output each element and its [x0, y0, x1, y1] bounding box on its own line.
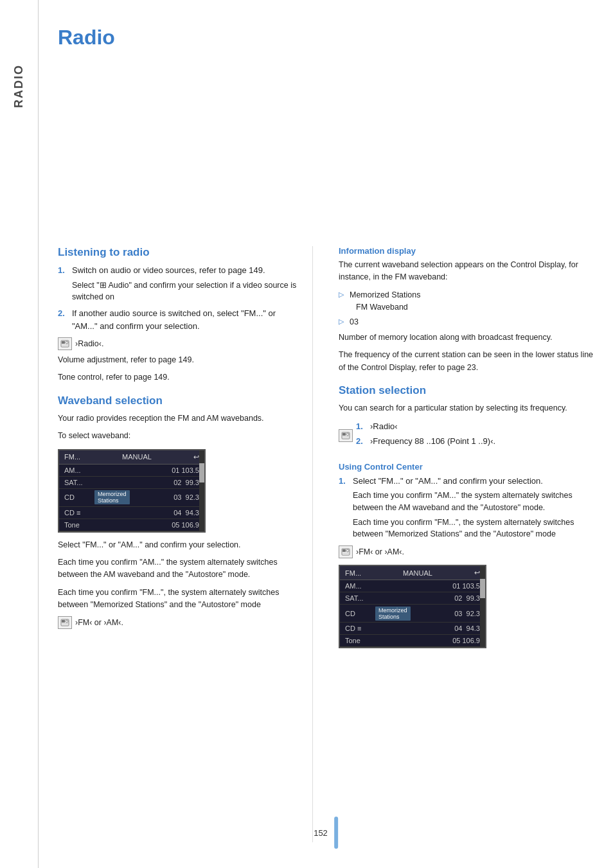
radio-icon-text: ›Radio‹.: [75, 339, 103, 348]
step-1: 1. Switch on audio or video sources, ref…: [58, 264, 299, 303]
menu-row-2: CD MemorizedStations 03 92.3: [59, 489, 204, 507]
menu-row-3: CD ≡ 04 94.3: [59, 507, 204, 519]
waveband-menu-display: FM... MANUAL ↩ AM... 01 103.5 SAT... 02 …: [58, 449, 206, 533]
listening-title: Listening to radio: [58, 246, 299, 259]
main-title: Radio: [58, 26, 594, 233]
tone-line: Tone control, refer to page 149.: [58, 371, 299, 384]
sidebar-label: Radio: [12, 64, 26, 108]
station-selection-section: Station selection You can search for a p…: [339, 384, 594, 451]
cc-icon: [339, 545, 353, 558]
cc-menu-header-mid: MANUAL: [403, 569, 432, 577]
station-step-2-text: ›Frequency 88 ..106 (Point 1 ..9)‹.: [370, 435, 495, 448]
cc-menu-row-1: SAT... 02 99.3: [340, 592, 485, 605]
info-display-title: Information display: [339, 246, 594, 256]
main-content: Radio Listening to radio 1. Switch on au…: [39, 0, 613, 868]
svg-point-6: [66, 620, 68, 623]
step-2-num: 2.: [58, 307, 67, 332]
cc-step-1-text: Select "FM..." or "AM..." and confirm yo…: [353, 476, 543, 486]
cc-step-1-sub1: Each time you confirm "AM..." the system…: [353, 490, 594, 514]
bullet-1-line1: Memorized Stations: [350, 289, 420, 301]
svg-point-2: [66, 341, 68, 344]
station-icon: [339, 429, 353, 442]
menu-row-4: Tone 05 106.9: [59, 519, 204, 531]
fm-am-icon-text: ›FM‹ or ›AM‹.: [75, 618, 123, 627]
station-step-2: 2. ›Frequency 88 ..106 (Point 1 ..9)‹.: [356, 435, 495, 448]
left-column: Listening to radio 1. Switch on audio or…: [58, 246, 313, 842]
listening-section: Listening to radio 1. Switch on audio or…: [58, 246, 299, 384]
cc-menu-row-3: CD ≡ 04 94.3: [340, 623, 485, 635]
step-2-text: If another audio source is switched on, …: [72, 308, 276, 331]
cc-menu-badge: MemorizedStations: [375, 607, 411, 621]
waveband-para4: Each time you confirm "AM..." the system…: [58, 556, 299, 581]
listening-steps: 1. Switch on audio or video sources, ref…: [58, 264, 299, 332]
control-center-title: Using Control Center: [339, 462, 594, 472]
info-display-section: Information display The current waveband…: [339, 246, 594, 374]
station-icon-row: 1. ›Radio‹ 2. ›Frequency 88 ..106 (Point…: [339, 420, 594, 452]
waveband-para3: Select "FM..." or "AM..." and confirm yo…: [58, 539, 299, 551]
svg-rect-13: [342, 549, 346, 552]
scrollbar-thumb: [199, 463, 204, 483]
menu-scrollbar[interactable]: [199, 450, 204, 531]
waveband-para2: To select waveband:: [58, 430, 299, 442]
waveband-para1: Your radio provides reception the FM and…: [58, 412, 299, 425]
cc-icon-text: ›FM‹ or ›AM‹.: [356, 547, 404, 556]
waveband-title: Waveband selection: [58, 394, 299, 407]
step-2: 2. If another audio source is switched o…: [58, 307, 299, 332]
menu-header: FM... MANUAL ↩: [59, 450, 204, 465]
cc-scrollbar-thumb: [480, 579, 485, 598]
waveband-section: Waveband selection Your radio provides r…: [58, 394, 299, 630]
control-center-steps: 1. Select "FM..." or "AM..." and confirm…: [339, 475, 594, 541]
menu-header-mid: MANUAL: [122, 453, 152, 461]
cc-menu-scrollbar[interactable]: [480, 566, 485, 647]
step-1-text: Switch on audio or video sources, refer …: [72, 265, 265, 275]
svg-point-14: [346, 549, 349, 552]
station-selection-title: Station selection: [339, 384, 594, 397]
bullet-1-line2: FM Waveband: [350, 301, 420, 314]
info-display-para2: Number of memory location along with bro…: [339, 332, 594, 344]
bullet-2-text: 03: [350, 316, 359, 328]
page-bar: [334, 817, 338, 849]
svg-point-10: [346, 433, 349, 436]
sidebar: Radio: [0, 0, 39, 868]
menu-header-left: FM...: [64, 453, 80, 461]
fm-am-icon: [58, 616, 72, 629]
radio-icon-row: ›Radio‹.: [58, 337, 299, 350]
bullet-1: ▷ Memorized Stations FM Waveband: [339, 289, 594, 314]
fm-am-icon-row: ›FM‹ or ›AM‹.: [58, 616, 299, 629]
station-step-1-text: ›Radio‹: [370, 420, 398, 433]
svg-rect-1: [62, 341, 65, 344]
station-step-2-num: 2.: [356, 435, 365, 448]
cc-menu-row-0: AM... 01 103.5: [340, 580, 485, 592]
radio-icon: [58, 337, 72, 350]
cc-menu-back-icon: ↩: [474, 569, 480, 577]
svg-rect-5: [62, 620, 65, 623]
page-number-area: 152: [314, 817, 338, 849]
right-column: Information display The current waveband…: [339, 246, 594, 842]
cc-menu-display: FM... MANUAL ↩ AM... 01 103.5 SAT... 02 …: [339, 565, 486, 648]
cc-menu-header: FM... MANUAL ↩: [340, 566, 485, 580]
menu-row-1: SAT... 02 99.3: [59, 477, 204, 489]
info-display-para3: The frequency of the current station can…: [339, 349, 594, 374]
cc-menu-row-4: Tone 05 106.9: [340, 635, 485, 647]
svg-rect-9: [342, 433, 346, 436]
info-display-para: The current waveband selection appears o…: [339, 259, 594, 284]
cc-step-1-sub2: Each time you confirm "FM...", the syste…: [353, 517, 594, 541]
page-number: 152: [314, 828, 328, 838]
cc-step-1: 1. Select "FM..." or "AM..." and confirm…: [339, 475, 594, 541]
control-center-section: Using Control Center 1. Select "FM..." o…: [339, 462, 594, 649]
waveband-para5: Each time you confirm "FM...", the syste…: [58, 587, 299, 612]
menu-back-icon: ↩: [193, 453, 199, 461]
bullet-2: ▷ 03: [339, 316, 594, 328]
bullet-arrow-1: ▷: [339, 289, 344, 300]
step-1-subtext: Select "⊞ Audio" and confirm your select…: [72, 279, 299, 304]
step-1-num: 1.: [58, 264, 67, 303]
volume-line: Volume adjustment, refer to page 149.: [58, 354, 299, 366]
station-steps: 1. ›Radio‹ 2. ›Frequency 88 ..106 (Point…: [356, 420, 495, 452]
cc-menu-header-left: FM...: [345, 569, 361, 577]
menu-badge: MemorizedStations: [94, 490, 130, 504]
cc-step-1-num: 1.: [339, 475, 348, 541]
cc-icon-row: ›FM‹ or ›AM‹.: [339, 545, 594, 558]
station-selection-para: You can search for a particular station …: [339, 402, 594, 414]
bullet-arrow-2: ▷: [339, 316, 344, 327]
station-step-1: 1. ›Radio‹: [356, 420, 495, 433]
